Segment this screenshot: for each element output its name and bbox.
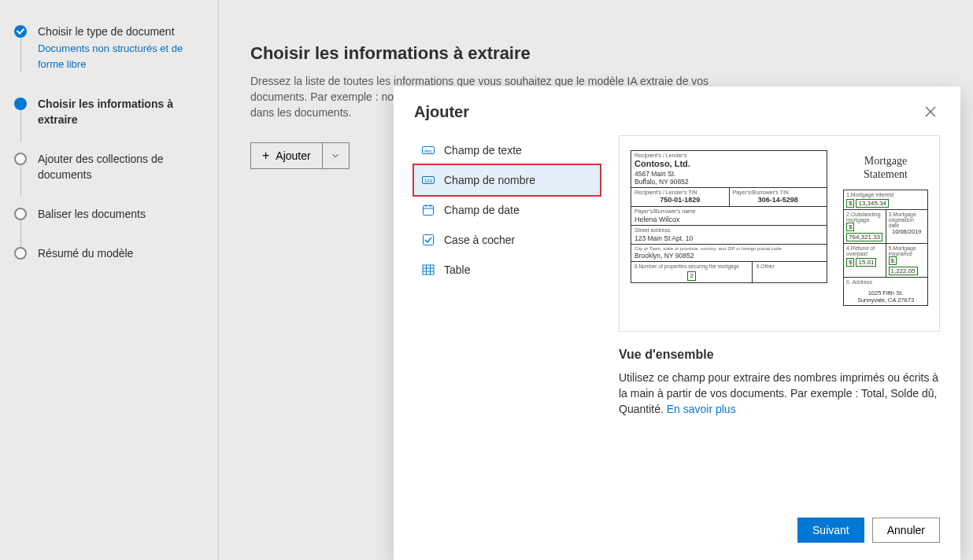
svg-text:Abc: Abc xyxy=(424,149,432,153)
dialog-title: Ajouter xyxy=(414,103,921,121)
upcoming-step-icon xyxy=(14,208,27,220)
preview-doc-title: Mortgage Statement xyxy=(843,150,928,190)
svg-rect-9 xyxy=(423,265,434,274)
preview-form-left: Recipient's / Lender's Contoso, Ltd. 456… xyxy=(631,150,827,283)
number-field-icon: 123 xyxy=(422,174,435,186)
type-label: Champ de texte xyxy=(444,144,522,157)
learn-more-link[interactable]: En savoir plus xyxy=(667,403,736,415)
type-label: Case à cocher xyxy=(444,234,515,246)
checkmark-icon xyxy=(14,25,27,38)
text-field-icon: Abc xyxy=(422,144,435,157)
upcoming-step-icon xyxy=(14,153,27,165)
type-label: Champ de date xyxy=(444,204,520,216)
preview-form-right: Mortgage Statement 1.Mortgage interest $… xyxy=(843,150,928,306)
next-button[interactable]: Suivant xyxy=(797,518,864,543)
close-icon xyxy=(925,106,936,117)
current-step-icon xyxy=(14,98,27,110)
svg-rect-4 xyxy=(424,206,434,216)
type-table-field[interactable]: Table xyxy=(414,255,600,285)
type-number-field[interactable]: 123 Champ de nombre xyxy=(414,165,600,195)
type-checkbox-field[interactable]: Case à cocher xyxy=(414,225,600,255)
dialog-header: Ajouter xyxy=(394,87,960,135)
svg-text:123: 123 xyxy=(424,179,433,183)
cancel-button[interactable]: Annuler xyxy=(872,518,940,543)
overview-heading: Vue d'ensemble xyxy=(619,348,940,362)
dialog-body: Abc Champ de texte 123 Champ de nombre C… xyxy=(394,135,960,503)
checkbox-icon xyxy=(422,234,435,246)
field-type-list: Abc Champ de texte 123 Champ de nombre C… xyxy=(414,135,600,503)
document-preview: Recipient's / Lender's Contoso, Ltd. 456… xyxy=(619,135,940,332)
svg-rect-8 xyxy=(424,235,434,245)
type-label: Table xyxy=(444,263,470,276)
dialog-footer: Suivant Annuler xyxy=(394,503,960,560)
type-label: Champ de nombre xyxy=(444,174,535,186)
overview-text: Utilisez ce champ pour extraire des nomb… xyxy=(619,370,940,417)
close-button[interactable] xyxy=(921,102,940,121)
preview-column: Recipient's / Lender's Contoso, Ltd. 456… xyxy=(619,135,940,503)
add-field-dialog: Ajouter Abc Champ de texte 123 Champ de … xyxy=(394,87,960,560)
table-icon xyxy=(422,263,435,276)
date-field-icon xyxy=(422,204,435,216)
type-text-field[interactable]: Abc Champ de texte xyxy=(414,135,600,165)
type-date-field[interactable]: Champ de date xyxy=(414,195,600,225)
upcoming-step-icon xyxy=(14,247,27,260)
